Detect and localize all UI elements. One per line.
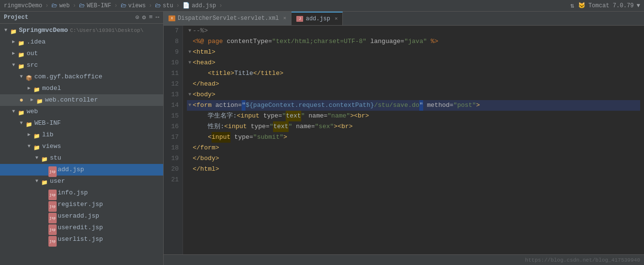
fold-21 [187, 175, 193, 185]
user-icon: 📁 [41, 178, 48, 185]
sidebar-item-addjsp[interactable]: ▶ jsp add.jsp [0, 164, 163, 176]
stu-label: stu [50, 153, 61, 163]
sidebar-item-user[interactable]: ▼ 📁 user [0, 176, 163, 187]
main-layout: Project ⊙ ⚙ ≡ ↔ ▼ 📁 SpringmvcDemo C:\Use… [0, 12, 644, 265]
fold-18 [187, 143, 193, 153]
web-label: web [27, 107, 38, 117]
sync-icon[interactable]: ⊙ [136, 14, 139, 21]
code-17-d: "submit" [253, 132, 283, 143]
com-arrow: ▼ [17, 72, 25, 82]
sort-icon: ⇅ [570, 1, 574, 10]
fold-20 [187, 164, 193, 175]
gear-icon[interactable]: ⚙ [142, 14, 146, 21]
views-label: views [42, 142, 61, 151]
bc-sep: › [45, 2, 48, 9]
fold-19 [187, 153, 193, 164]
sidebar-item-registerjsp[interactable]: ▶ jsp register.jsp [0, 199, 163, 210]
sidebar-item-views[interactable]: ▼ 📁 views [0, 141, 163, 152]
fold-9: ▼ [187, 47, 193, 58]
sidebar-item-src[interactable]: ▼ 📁 src [0, 59, 163, 71]
code-14-d: ${pageContext.request.contextPath} [245, 100, 374, 111]
code-line-21 [187, 175, 640, 185]
tab-dispatcher[interactable]: X DispatcherServlet-servlet.xml × [164, 12, 291, 25]
code-16-a: 性别: [208, 121, 224, 132]
registerjsp-icon: jsp [48, 201, 56, 208]
sidebar-item-com[interactable]: ▼ 📦 com.gyf.backoffice [0, 71, 163, 83]
code-19: </body> [193, 153, 219, 164]
code-15-b: <input [237, 111, 263, 121]
tab-dispatcher-label: DispatcherServlet-servlet.xml [178, 15, 279, 22]
ln-11: 11 [168, 68, 179, 79]
sidebar-item-webcontroller[interactable]: ● ▶ 📁 web.controller [0, 94, 163, 106]
collapse-icon[interactable]: ≡ [149, 14, 153, 21]
src-arrow: ▼ [10, 60, 17, 70]
root-icon: 📁 [10, 27, 17, 34]
code-16-e: text [273, 121, 288, 132]
ln-10: 10 [168, 58, 179, 68]
fold-14: ▼ [187, 100, 193, 111]
sidebar-item-out[interactable]: ▶ 📁 out [0, 48, 163, 59]
code-editor[interactable]: 7 8 9 10 11 12 13 14 15 16 17 18 19 20 2… [164, 26, 644, 254]
breadcrumb-web: web [59, 2, 70, 9]
sidebar-item-lib[interactable]: ▶ 📁 lib [0, 129, 163, 141]
useraddjsp-label: useradd.jsp [58, 211, 99, 221]
code-14-i: > [476, 100, 480, 111]
fold-11 [187, 68, 193, 79]
code-16-f: " [289, 121, 292, 132]
tab-jsp-icon: J [296, 16, 303, 22]
model-icon: 📁 [33, 85, 41, 92]
code-14-g: method= [423, 100, 453, 111]
sidebar-item-model[interactable]: ▶ 📁 model [0, 83, 163, 94]
usereditjsp-label: useredit.jsp [58, 223, 103, 233]
ln-9: 9 [168, 47, 179, 58]
tab-addjsp-close[interactable]: × [335, 16, 338, 22]
ln-13: 13 [168, 89, 179, 100]
user-arrow: ▼ [33, 177, 41, 186]
usereditjsp-icon: jsp [48, 224, 56, 231]
sidebar-item-stu[interactable]: ▼ 📁 stu [0, 152, 163, 164]
ln-16: 16 [168, 121, 179, 132]
code-line-20: </html> [187, 164, 640, 175]
ln-19: 19 [168, 153, 179, 164]
bc-folder-icon: 🗁 [121, 2, 126, 9]
code-11-indent [193, 68, 208, 79]
ln-20: 20 [168, 164, 179, 175]
code-18: </form> [193, 143, 219, 153]
bc-sep: › [114, 2, 118, 9]
sidebar-item-usereditjsp[interactable]: ▶ jsp useredit.jsp [0, 222, 163, 234]
expand-icon[interactable]: ↔ [155, 14, 159, 21]
tab-dispatcher-close[interactable]: × [283, 15, 287, 21]
root-arrow: ▼ [2, 26, 10, 35]
fold-13: ▼ [187, 89, 193, 100]
sidebar-item-webinf[interactable]: ▼ 📁 WEB-INF [0, 118, 163, 129]
tab-addjsp[interactable]: J add.jsp × [291, 12, 343, 25]
src-icon: 📁 [17, 62, 25, 69]
model-label: model [42, 84, 61, 93]
sidebar-item-useraddjsp[interactable]: ▶ jsp useradd.jsp [0, 210, 163, 222]
sidebar-item-userlistjsp[interactable]: ▶ jsp userlist.jsp [0, 234, 163, 245]
com-label: com.gyf.backoffice [34, 72, 102, 82]
webinf-arrow: ▼ [17, 118, 25, 128]
code-8-f: "java" [404, 36, 427, 47]
tree-root[interactable]: ▼ 📁 SpringmvcDemo C:\Users\10301\Desktop… [0, 25, 163, 36]
breadcrumb-file: add.jsp [192, 2, 216, 9]
lib-icon: 📁 [33, 132, 41, 138]
code-14-h: "post" [453, 100, 476, 111]
code-15-c: type= [263, 111, 282, 121]
status-bar: https://blog.csdn.net/blog_417539940 [164, 254, 644, 265]
code-content[interactable]: ▼ --%> <%@ page contentType="text/html;c… [183, 26, 644, 254]
cursor-pointer: ● [19, 95, 28, 105]
sidebar-item-idea[interactable]: ▶ 📁 .idea [0, 36, 163, 48]
tomcat-dropdown[interactable]: ▼ [637, 2, 640, 9]
sidebar-item-infojsp[interactable]: ▶ jsp info.jsp [0, 187, 163, 199]
sidebar-item-web[interactable]: ▼ 📁 web [0, 106, 163, 118]
code-11-b: Title [234, 68, 253, 79]
out-icon: 📁 [17, 50, 25, 57]
status-url: https://blog.csdn.net/blog_417539940 [525, 257, 640, 263]
infojsp-label: info.jsp [58, 188, 88, 198]
code-8-d: "text/html;charset=UTF-8" [272, 36, 367, 47]
code-16-i: > [334, 121, 337, 132]
code-16-b: <input [224, 121, 251, 132]
bc-sep: › [73, 2, 76, 9]
code-17-c: type= [230, 132, 253, 143]
